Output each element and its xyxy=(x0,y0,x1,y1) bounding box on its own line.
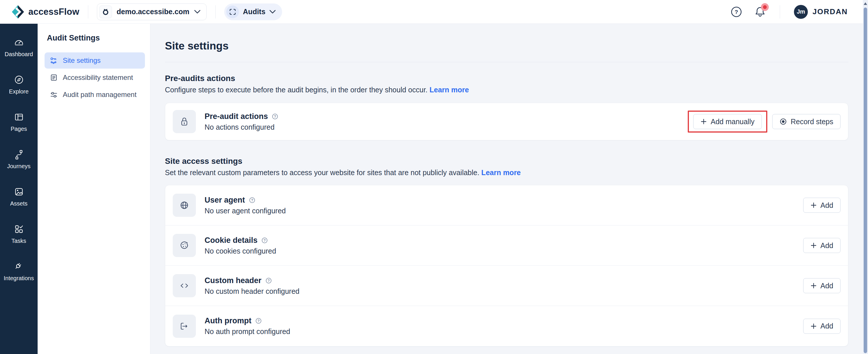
row-title: User agent xyxy=(205,196,245,205)
accessflow-logo-icon xyxy=(11,5,24,19)
add-user-agent-button[interactable]: Add xyxy=(803,198,840,213)
add-auth-prompt-button[interactable]: Add xyxy=(803,319,840,334)
cookie-icon xyxy=(179,240,190,251)
icon-tile xyxy=(173,234,196,257)
sidebar-item-integrations[interactable]: Integrations xyxy=(0,261,38,282)
settings-sidebar: Audit Settings Site settings xyxy=(38,24,151,354)
sidebar-item-label: Audit path management xyxy=(63,91,136,99)
row-texts: Pre-audit actions ? No actions configure… xyxy=(205,112,278,131)
help-circle-icon[interactable]: ? xyxy=(249,197,255,204)
plus-icon xyxy=(810,242,817,248)
help-circle-icon[interactable]: ? xyxy=(261,237,268,244)
header-divider xyxy=(215,5,216,19)
row-subtitle: No auth prompt configured xyxy=(205,327,290,336)
svg-text:?: ? xyxy=(264,238,266,242)
add-manually-button[interactable]: Add manually xyxy=(693,114,762,129)
header-divider xyxy=(88,5,88,19)
setting-row-cookie-details: Cookie details ? No cookies configured xyxy=(165,226,848,266)
card-subtitle: No actions configured xyxy=(205,123,278,131)
pages-icon xyxy=(13,112,24,122)
scan-icon xyxy=(226,5,239,18)
row-texts: User agent ? No user agent configured xyxy=(205,196,286,215)
svg-text:?: ? xyxy=(267,278,270,283)
help-icon[interactable]: ? xyxy=(731,6,742,18)
row-title: Cookie details xyxy=(205,236,257,245)
pre-audit-section: Pre-audits actions Configure steps to ex… xyxy=(165,74,868,140)
vertical-scrollbar[interactable] xyxy=(863,0,868,354)
row-subtitle: No cookies configured xyxy=(205,247,276,255)
row-title: Auth prompt xyxy=(205,316,251,325)
tasks-icon xyxy=(13,224,24,234)
help-circle-icon[interactable]: ? xyxy=(255,318,262,324)
svg-text:?: ? xyxy=(735,9,738,15)
sidebar-item-accessibility-statement[interactable]: Accessibility statement xyxy=(44,69,145,86)
sidebar-item-explore[interactable]: Explore xyxy=(0,75,38,95)
sidebar-item-label: Pages xyxy=(11,126,27,132)
learn-more-link[interactable]: Learn more xyxy=(482,169,521,177)
chevron-down-icon xyxy=(269,10,276,13)
audits-label: Audits xyxy=(243,7,266,16)
icon-tile xyxy=(173,110,196,133)
sidebar-item-label: Integrations xyxy=(4,275,34,282)
sidebar-item-assets[interactable]: Assets xyxy=(0,186,38,207)
section-heading: Pre-audits actions xyxy=(165,74,868,83)
top-header: accessFlow demo.accessibe.com xyxy=(0,0,868,24)
section-description: Configure steps to execute before the au… xyxy=(165,86,868,94)
sidebar-item-label: Journeys xyxy=(7,163,30,170)
icon-tile xyxy=(173,274,196,297)
setting-row-user-agent: User agent ? No user agent configured xyxy=(165,185,848,226)
record-icon xyxy=(779,118,787,125)
brand-logo[interactable]: accessFlow xyxy=(11,5,79,19)
help-circle-icon[interactable]: ? xyxy=(272,113,278,120)
user-menu[interactable]: Jm JORDAN xyxy=(794,5,848,19)
user-name: JORDAN xyxy=(812,7,848,16)
domain-label: demo.accessibe.com xyxy=(117,7,189,16)
explore-icon xyxy=(13,75,24,85)
help-circle-icon[interactable]: ? xyxy=(265,277,272,284)
row-subtitle: No custom header configured xyxy=(205,287,300,296)
add-cookie-button[interactable]: Add xyxy=(803,238,840,253)
sidebar-item-dashboard[interactable]: Dashboard xyxy=(0,37,38,58)
icon-tile xyxy=(173,194,196,217)
settings-sidebar-title: Audit Settings xyxy=(47,34,145,42)
avatar: Jm xyxy=(794,5,808,19)
card-title: Pre-audit actions xyxy=(205,112,268,121)
audits-selector[interactable]: Audits xyxy=(224,3,282,20)
assets-icon xyxy=(13,186,24,197)
code-icon xyxy=(179,280,190,292)
section-description: Set the relevant custom parameters to ac… xyxy=(165,169,868,177)
sidebar-item-label: Assets xyxy=(10,200,28,207)
site-settings-icon xyxy=(50,56,58,64)
globe-icon xyxy=(179,200,190,211)
row-subtitle: No user agent configured xyxy=(205,207,286,215)
record-steps-button[interactable]: Record steps xyxy=(772,114,840,129)
learn-more-link[interactable]: Learn more xyxy=(429,86,469,94)
sidebar-item-pages[interactable]: Pages xyxy=(0,112,38,132)
sidebar-item-label: Site settings xyxy=(63,56,101,64)
plus-icon xyxy=(701,118,707,125)
add-custom-header-button[interactable]: Add xyxy=(803,278,840,293)
sidebar-item-label: Explore xyxy=(9,88,29,95)
sidebar-item-audit-path-management[interactable]: Audit path management xyxy=(44,87,145,103)
site-access-section: Site access settings Set the relevant cu… xyxy=(165,156,868,347)
row-title: Custom header xyxy=(205,276,261,285)
divider xyxy=(165,62,848,62)
scrollbar-up-arrow[interactable] xyxy=(864,2,867,5)
setting-row-auth-prompt: Auth prompt ? No auth prompt configured xyxy=(165,306,848,346)
primary-sidebar: Dashboard Explore Pages xyxy=(0,24,38,354)
svg-text:?: ? xyxy=(251,198,253,202)
svg-text:?: ? xyxy=(274,114,276,118)
page-title: Site settings xyxy=(165,40,868,52)
sidebar-item-site-settings[interactable]: Site settings xyxy=(44,52,145,68)
section-heading: Site access settings xyxy=(165,156,868,166)
statement-icon xyxy=(50,73,58,82)
sidebar-item-tasks[interactable]: Tasks xyxy=(0,224,38,244)
plus-icon xyxy=(810,283,817,289)
pre-audit-card: Pre-audit actions ? No actions configure… xyxy=(165,103,848,140)
sidebar-item-journeys[interactable]: Journeys xyxy=(0,149,38,170)
notification-badge xyxy=(761,3,769,11)
domain-selector[interactable]: demo.accessibe.com xyxy=(97,3,207,20)
icon-tile xyxy=(173,315,196,338)
scrollbar-thumb[interactable] xyxy=(864,7,867,353)
notifications-bell-icon[interactable] xyxy=(754,6,766,18)
